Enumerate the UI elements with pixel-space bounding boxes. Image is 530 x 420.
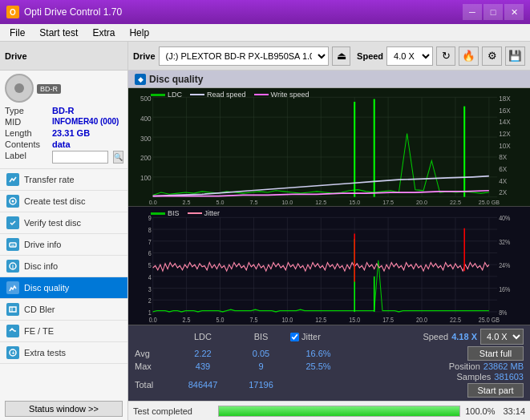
type-val: BD-R	[52, 106, 75, 115]
avg-row: Avg 2.22 0.05 16.6% Start full	[135, 346, 524, 361]
progress-bar-container	[218, 406, 460, 417]
transfer-rate-icon	[6, 173, 19, 186]
label-search-button[interactable]: 🔍	[113, 151, 123, 164]
drive-toolbar: Drive	[0, 42, 127, 71]
svg-text:10X: 10X	[499, 141, 511, 149]
ldc-header: LDC	[171, 332, 235, 341]
menu-help[interactable]: Help	[123, 26, 156, 40]
settings-button[interactable]: ⚙	[482, 46, 502, 66]
svg-text:5.0: 5.0	[216, 315, 225, 324]
svg-text:6: 6	[148, 248, 152, 257]
svg-text:100: 100	[140, 174, 152, 182]
disc-contents-row: Contents data	[5, 139, 123, 149]
avg-label: Avg	[135, 349, 171, 358]
nav-menu: Transfer rate Create test disc Verify te…	[0, 169, 127, 364]
label-input[interactable]	[52, 151, 108, 164]
quality-panel: ◆ Disc quality LDC	[128, 71, 530, 401]
svg-text:i: i	[12, 264, 14, 269]
content-area: Drive (J:) PLEXTOR BD-R PX-LB950SA 1.06 …	[128, 42, 530, 420]
sidebar-item-drive-info[interactable]: Drive info	[0, 234, 127, 256]
speed-dropdown-stats[interactable]: 4.0 X	[480, 329, 524, 345]
sidebar-item-verify-test-disc[interactable]: Verify test disc	[0, 212, 127, 234]
app-icon: O	[6, 6, 19, 18]
disc-header: BD-R	[5, 74, 123, 103]
avg-ldc: 2.22	[171, 349, 235, 358]
svg-text:300: 300	[140, 134, 152, 142]
disc-label-row: Label 🔍	[5, 151, 123, 164]
bis-color	[151, 212, 165, 215]
svg-text:18X: 18X	[499, 94, 511, 102]
legend-read-speed: Read speed	[190, 91, 246, 99]
disc-quality-icon	[6, 281, 19, 294]
read-speed-label: Read speed	[207, 91, 246, 99]
svg-text:7.5: 7.5	[249, 315, 257, 324]
status-text: Test completed	[133, 406, 213, 416]
svg-text:10.0: 10.0	[281, 315, 293, 324]
start-full-button[interactable]: Start full	[467, 346, 524, 361]
svg-text:22.5: 22.5	[450, 198, 461, 205]
close-button[interactable]: ✕	[504, 4, 524, 20]
sidebar-item-disc-quality[interactable]: Disc quality	[0, 277, 127, 299]
status-percent: 100.0%	[465, 406, 495, 416]
save-button[interactable]: 💾	[505, 46, 525, 66]
top-chart-svg: 500 400 300 200 100 18X 16X 14X 12X 10X …	[128, 88, 530, 206]
fe-te-label: FE / TE	[24, 326, 54, 336]
start-part-button[interactable]: Start part	[467, 383, 524, 398]
max-jitter: 25.5%	[290, 361, 346, 371]
refresh-button[interactable]: ↻	[436, 46, 456, 66]
svg-point-1	[12, 200, 14, 203]
legend-jitter: Jitter	[188, 209, 220, 217]
transfer-rate-label: Transfer rate	[24, 175, 75, 184]
main-toolbar: Drive (J:) PLEXTOR BD-R PX-LB950SA 1.06 …	[128, 42, 530, 71]
extra-tests-icon: +	[6, 346, 19, 359]
svg-text:25.0 GB: 25.0 GB	[479, 315, 500, 324]
svg-text:200: 200	[140, 154, 152, 162]
speed-current-val: 4.18 X	[451, 332, 477, 341]
bottom-chart: BIS Jitter	[128, 207, 530, 325]
disc-info-label: Disc info	[24, 261, 58, 271]
type-key: Type	[5, 106, 49, 115]
svg-rect-6	[10, 307, 16, 312]
svg-text:3: 3	[148, 285, 152, 293]
drive-info-label: Drive info	[24, 240, 61, 249]
status-window-button[interactable]: Status window >>	[5, 401, 123, 417]
sidebar-item-disc-info[interactable]: i Disc info	[0, 256, 127, 277]
burn-button[interactable]: 🔥	[459, 46, 479, 66]
disc-type-badge: BD-R	[37, 83, 123, 94]
menu-start-test[interactable]: Start test	[33, 26, 84, 40]
svg-text:2: 2	[148, 296, 152, 305]
drive-selector[interactable]: (J:) PLEXTOR BD-R PX-LB950SA 1.06	[159, 46, 330, 66]
max-row: Max 439 9 25.5% Position 23862 MB	[135, 361, 524, 371]
sidebar-item-fe-te[interactable]: FE / TE	[0, 321, 127, 342]
menu-extra[interactable]: Extra	[86, 26, 121, 40]
svg-text:2X: 2X	[499, 188, 507, 196]
disc-icon	[5, 74, 34, 103]
sidebar-item-extra-tests[interactable]: + Extra tests	[0, 342, 127, 364]
svg-text:22.5: 22.5	[450, 315, 461, 324]
sidebar-item-create-test-disc[interactable]: Create test disc	[0, 191, 127, 212]
top-legend: LDC Read speed Write speed	[151, 91, 309, 99]
jitter-checkbox[interactable]	[290, 333, 299, 341]
max-ldc: 439	[171, 361, 235, 371]
write-speed-color	[254, 94, 269, 95]
speed-selector[interactable]: 4.0 X	[386, 46, 433, 66]
menu-file[interactable]: File	[3, 26, 31, 40]
sidebar-item-cd-bler[interactable]: CD Bler	[0, 299, 127, 321]
sidebar: Drive BD-R Type BD-R MID INFOMER40 (000)	[0, 42, 128, 420]
total-ldc: 846447	[171, 380, 235, 390]
maximize-button[interactable]: □	[483, 4, 503, 20]
disc-info-icon: i	[6, 260, 19, 273]
disc-type-label: BD-R	[37, 84, 61, 94]
minimize-button[interactable]: ─	[463, 4, 482, 20]
svg-text:17.5: 17.5	[382, 198, 394, 205]
create-test-disc-icon	[6, 195, 19, 208]
avg-bis: 0.05	[235, 349, 287, 358]
sidebar-item-transfer-rate[interactable]: Transfer rate	[0, 169, 127, 191]
contents-val: data	[52, 139, 71, 149]
eject-button[interactable]: ⏏	[332, 46, 350, 66]
label-key: Label	[5, 151, 49, 164]
legend-bis: BIS	[151, 209, 180, 217]
disc-panel: BD-R Type BD-R MID INFOMER40 (000) Lengt…	[0, 71, 127, 169]
mid-val: INFOMER40 (000)	[52, 117, 119, 127]
svg-text:2.5: 2.5	[183, 198, 191, 205]
